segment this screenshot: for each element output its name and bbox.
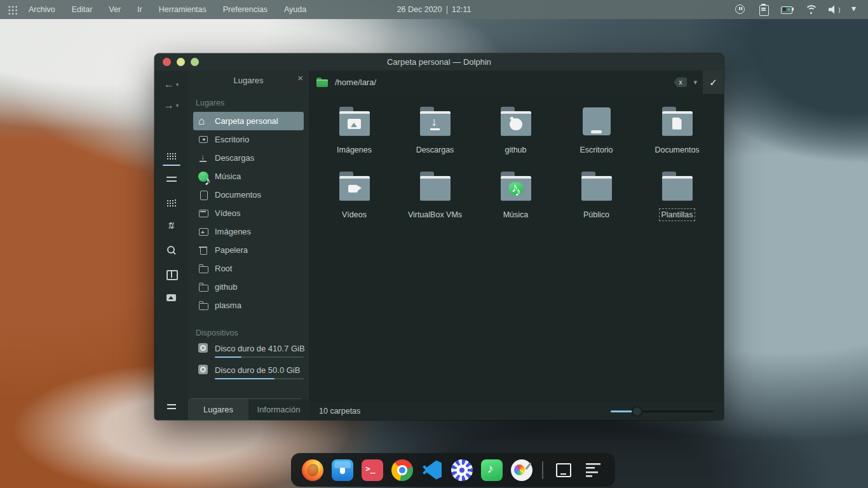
wifi-icon[interactable] [804, 3, 817, 16]
folder-item[interactable]: Escritorio [556, 107, 637, 172]
details-view-button[interactable] [165, 175, 179, 185]
panel-tab-label: Información [257, 405, 301, 414]
menu-item[interactable]: Editar [72, 5, 93, 14]
pause-icon[interactable] [734, 3, 747, 16]
folder-item-label: Escritorio [580, 146, 613, 154]
compact-view-button[interactable] [165, 198, 179, 208]
folder-item[interactable]: Música [475, 172, 556, 236]
minimize-window-button[interactable] [177, 58, 185, 66]
place-item[interactable]: Vídeos [193, 204, 304, 222]
folder-item[interactable]: github [475, 107, 556, 172]
panel-tab[interactable]: Lugares [188, 399, 248, 420]
menu-item[interactable]: Herramientas [159, 5, 207, 14]
place-item[interactable]: Escritorio [193, 130, 304, 149]
folderbig-icon [581, 172, 612, 201]
toolbar-strip: ← ▾ → ▾ [154, 71, 188, 420]
accept-location-button[interactable]: ✓ [703, 71, 724, 94]
menu-item[interactable]: Ayuda [284, 5, 306, 14]
place-item-label: Carpeta personal [215, 116, 278, 126]
close-panel-icon[interactable]: × [297, 72, 303, 83]
place-item-label: Escritorio [215, 135, 249, 144]
devices-section-label: Dispositivos [196, 329, 304, 337]
compact-view-icon [166, 198, 177, 208]
music-icon[interactable] [481, 459, 503, 481]
chrome-icon[interactable] [391, 459, 413, 481]
list-view-icon [166, 175, 177, 185]
device-item[interactable]: Disco duro de 410.7 GiB [193, 342, 304, 358]
task-lines-icon[interactable] [583, 459, 604, 481]
device-usage-fill [215, 378, 275, 379]
zoom-slider-handle[interactable] [632, 406, 642, 417]
location-path[interactable]: /home/lara/ [335, 78, 674, 87]
folder-item[interactable]: VirtualBox VMs [395, 172, 475, 236]
main-area: /home/lara/ x ▾ ✓ Imágenes [309, 71, 724, 420]
battery-icon[interactable] [781, 3, 794, 16]
clear-location-icon[interactable]: x [674, 78, 687, 87]
place-item[interactable]: github [193, 278, 304, 296]
folder-item[interactable]: Plantillas [637, 172, 717, 236]
place-item-label: Root [215, 264, 232, 273]
panel-tab[interactable]: Información [248, 399, 309, 420]
forward-button[interactable]: → ▾ [164, 100, 179, 111]
discover-icon[interactable] [332, 459, 353, 481]
folder-view[interactable]: Imágenes Descargas github [309, 94, 724, 402]
place-item[interactable]: plasma [193, 296, 304, 315]
folder-item-label: Descargas [416, 146, 454, 154]
place-item[interactable]: Documentos [193, 186, 304, 204]
folderbig-icon [501, 107, 531, 136]
device-item[interactable]: Disco duro de 50.0 GiB [193, 363, 304, 379]
app-grid-icon[interactable] [8, 5, 17, 15]
clipboard-icon[interactable] [757, 3, 770, 16]
paint-icon[interactable] [511, 459, 532, 481]
location-dropdown-chevron-icon[interactable]: ▾ [693, 78, 697, 86]
show-desktop-icon[interactable] [553, 459, 574, 481]
preview-button[interactable] [165, 292, 179, 302]
zoom-slider-track[interactable] [611, 410, 714, 412]
menu-item[interactable]: Archivo [29, 5, 55, 14]
zoom-slider[interactable] [611, 406, 714, 416]
folder-item-label: Documentos [654, 146, 699, 154]
split-view-button[interactable] [165, 269, 179, 279]
sort-button[interactable] [165, 222, 179, 232]
place-item[interactable]: Papelera [193, 241, 304, 259]
tray-expand-chevron-icon[interactable] [851, 3, 860, 16]
search-button[interactable] [165, 245, 179, 255]
folder-icon [198, 264, 208, 274]
menu-button[interactable] [165, 403, 179, 413]
folder-item[interactable]: Documentos [637, 107, 717, 172]
forward-history-chevron-icon[interactable]: ▾ [176, 102, 179, 109]
disk-icon [198, 365, 208, 375]
places-section-label: Lugares [196, 98, 304, 107]
folderbig-icon [662, 172, 693, 201]
icons-view-button[interactable] [165, 151, 179, 161]
place-item[interactable]: Root [193, 259, 304, 278]
place-item-label: Descargas [215, 153, 254, 163]
folder-item[interactable]: Vídeos [314, 172, 395, 236]
sort-icon [166, 222, 177, 232]
place-item[interactable]: Descargas [193, 149, 304, 167]
close-window-button[interactable] [163, 58, 171, 66]
window-titlebar[interactable]: Carpeta personal — Dolphin [154, 53, 724, 71]
menu-item[interactable]: Ir [137, 5, 142, 14]
disk-icon [198, 343, 208, 353]
maximize-window-button[interactable] [191, 58, 199, 66]
volume-icon[interactable] [828, 3, 841, 16]
folder-item-label: Público [583, 210, 609, 219]
konsole-icon[interactable] [362, 459, 383, 481]
place-item[interactable]: Carpeta personal [193, 112, 304, 130]
menu-item[interactable]: Preferencias [223, 5, 268, 14]
view-mode-icons [165, 151, 179, 302]
firefox-icon[interactable] [302, 459, 323, 481]
folder-item[interactable]: Público [556, 172, 637, 236]
back-history-chevron-icon[interactable]: ▾ [176, 81, 179, 88]
place-item[interactable]: Imágenes [193, 222, 304, 241]
vscode-icon[interactable] [421, 459, 443, 481]
place-item[interactable]: Música [193, 167, 304, 186]
folder-item[interactable]: Imágenes [314, 107, 395, 172]
location-bar[interactable]: /home/lara/ x ▾ ✓ [309, 71, 724, 94]
folder-item[interactable]: Descargas [395, 107, 475, 172]
settings-icon[interactable] [451, 459, 473, 481]
places-panel-header[interactable]: Lugares × [188, 71, 309, 90]
back-button[interactable]: ← ▾ [164, 79, 179, 90]
menu-item[interactable]: Ver [109, 5, 121, 14]
